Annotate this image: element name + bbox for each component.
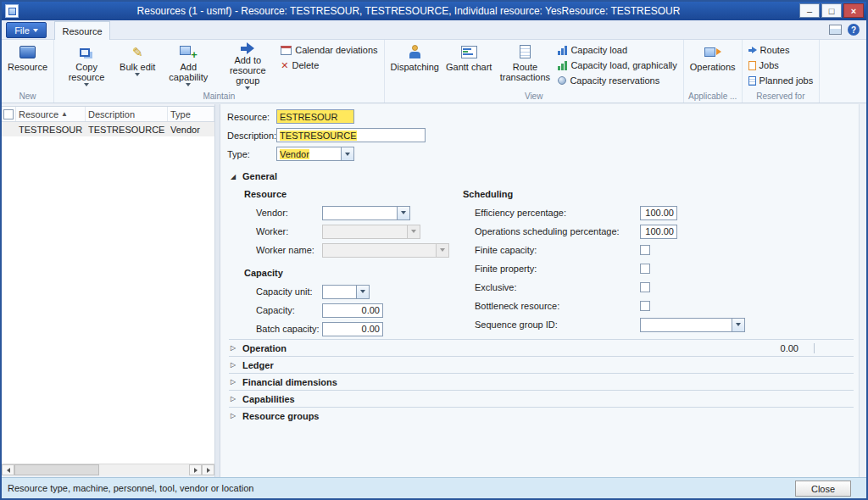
scrollbar-track xyxy=(99,464,189,475)
window-controls: – □ × xyxy=(799,3,864,18)
section-ledger[interactable]: ▷ Ledger xyxy=(229,356,854,373)
resource-input[interactable]: ESTRESOUR xyxy=(276,109,354,124)
add-capability-icon: + xyxy=(180,45,198,59)
close-window-button[interactable]: × xyxy=(843,3,864,18)
add-to-resource-group-button[interactable]: Add to resource group xyxy=(219,41,276,90)
capacity-input[interactable]: 0.00 xyxy=(322,303,383,318)
grid-header-description[interactable]: Description xyxy=(86,107,168,121)
batch-capacity-input[interactable]: 0.00 xyxy=(322,322,383,336)
tab-resource[interactable]: Resource xyxy=(54,21,110,40)
scroll-left-button[interactable] xyxy=(2,464,14,475)
operations-button[interactable]: Operations xyxy=(687,41,738,90)
resource-button[interactable]: Resource xyxy=(5,41,50,90)
resource-icon xyxy=(19,46,36,58)
capacity-unit-label: Capacity unit: xyxy=(256,286,322,297)
capacity-load-graphically-icon xyxy=(558,61,567,70)
arrow-right-icon xyxy=(194,468,198,473)
collapsed-icon: ▷ xyxy=(229,395,237,403)
group-caption-view: View xyxy=(388,91,680,103)
app-window: Resources (1 - usmf) - Resource: TESTRES… xyxy=(0,0,868,500)
section-divider xyxy=(814,343,815,353)
ops-scheduling-input[interactable]: 100.00 xyxy=(640,225,677,239)
ribbon-group-applicable: Operations Applicable ... xyxy=(684,40,743,103)
ribbon-corner-controls: ? xyxy=(829,24,860,36)
panel-splitter[interactable] xyxy=(214,104,220,477)
calendar-deviations-button[interactable]: Calendar deviations xyxy=(278,43,380,57)
batch-capacity-label: Batch capacity: xyxy=(256,324,322,334)
chevron-right-icon xyxy=(207,468,210,473)
add-capability-button[interactable]: + Add capability xyxy=(159,41,217,90)
gantt-chart-button[interactable]: Gantt chart xyxy=(443,41,494,90)
dropdown-arrow-icon[interactable] xyxy=(356,285,370,299)
capacity-reservations-icon xyxy=(558,76,566,85)
cell-resource: TESTRESOUR xyxy=(16,122,86,136)
title-bar: Resources (1 - usmf) - Resource: TESTRES… xyxy=(2,2,866,20)
routes-button[interactable]: Routes xyxy=(746,43,816,57)
type-dropdown[interactable]: Vendor xyxy=(276,147,354,161)
panel-expand-button[interactable] xyxy=(202,464,214,475)
grid-header-resource[interactable]: Resource ▲ xyxy=(16,107,86,121)
dropdown-arrow-icon xyxy=(407,225,420,239)
sequence-group-dropdown[interactable] xyxy=(640,318,745,332)
finite-property-label: Finite property: xyxy=(475,264,640,274)
delete-button[interactable]: ✕ Delete xyxy=(278,58,380,72)
delete-icon: ✕ xyxy=(281,61,288,70)
exclusive-checkbox[interactable] xyxy=(640,282,650,292)
status-bar: Resource type, machine, personnel, tool,… xyxy=(2,477,866,498)
ops-scheduling-label: Operations scheduling percentage: xyxy=(475,226,640,236)
ribbon: Resource New Copy resource ✎ Bulk edit xyxy=(2,40,866,103)
chevron-down-icon xyxy=(135,73,140,76)
section-capabilities[interactable]: ▷ Capabilities xyxy=(229,390,854,407)
capacity-load-button[interactable]: Capacity load xyxy=(555,43,679,57)
efficiency-label: Efficiency percentage: xyxy=(475,208,640,218)
copy-resource-button[interactable]: Copy resource xyxy=(58,41,115,90)
capacity-load-graphically-button[interactable]: Capacity load, graphically xyxy=(555,58,679,72)
exclusive-label: Exclusive: xyxy=(475,282,640,292)
bulk-edit-icon: ✎ xyxy=(132,46,143,58)
capacity-unit-dropdown[interactable] xyxy=(322,285,370,299)
section-operation[interactable]: ▷ Operation 0.00 xyxy=(229,339,854,356)
planned-jobs-button[interactable]: Planned jobs xyxy=(746,74,816,87)
layout-icon[interactable] xyxy=(829,25,842,35)
dropdown-arrow-icon[interactable] xyxy=(397,206,410,220)
grid-horizontal-scrollbar xyxy=(2,464,214,475)
dropdown-arrow-icon[interactable] xyxy=(341,147,354,161)
group-caption-reserved-for: Reserved for xyxy=(746,91,816,103)
copy-resource-icon xyxy=(80,48,90,57)
file-menu-button[interactable]: File xyxy=(6,22,47,38)
grid-header-type[interactable]: Type xyxy=(168,107,214,121)
sort-ascending-icon: ▲ xyxy=(61,110,68,118)
group-caption-maintain: Maintain xyxy=(58,91,380,103)
bulk-edit-button[interactable]: ✎ Bulk edit xyxy=(117,41,158,90)
finite-property-checkbox[interactable] xyxy=(640,264,650,274)
dispatching-icon xyxy=(409,45,420,58)
section-financial-dimensions[interactable]: ▷ Financial dimensions xyxy=(229,373,854,390)
general-section-content: Resource Vendor: Worker: xyxy=(229,185,854,339)
minimize-button[interactable]: – xyxy=(799,3,820,18)
bottleneck-checkbox[interactable] xyxy=(640,301,650,311)
dropdown-arrow-icon[interactable] xyxy=(732,318,745,332)
route-transactions-button[interactable]: Route transactions xyxy=(496,41,554,90)
description-input[interactable]: TESTRESOURCE xyxy=(276,128,426,142)
chevron-down-icon xyxy=(84,83,89,86)
dispatching-button[interactable]: Dispatching xyxy=(388,41,442,90)
efficiency-input[interactable]: 100.00 xyxy=(640,206,677,220)
section-resource-groups[interactable]: ▷ Resource groups xyxy=(229,407,854,424)
help-icon[interactable]: ? xyxy=(848,24,860,36)
vendor-label: Vendor: xyxy=(256,208,322,218)
table-row[interactable]: TESTRESOUR TESTRESOURCE Vendor xyxy=(2,122,214,136)
section-general[interactable]: ◢ General xyxy=(229,168,854,185)
capacity-reservations-button[interactable]: Capacity reservations xyxy=(555,74,679,87)
jobs-button[interactable]: Jobs xyxy=(746,58,816,72)
scroll-right-button[interactable] xyxy=(189,464,202,475)
file-menu-label: File xyxy=(14,25,30,36)
maximize-button[interactable]: □ xyxy=(821,3,842,18)
select-all-checkbox[interactable] xyxy=(3,109,14,119)
vendor-dropdown[interactable] xyxy=(322,206,410,220)
grid-select-all-cell xyxy=(2,107,16,121)
close-button[interactable]: Close xyxy=(795,481,851,497)
scrollbar-thumb[interactable] xyxy=(14,464,99,475)
ribbon-group-view: Dispatching Gantt chart Route transactio… xyxy=(385,40,684,103)
cell-description: TESTRESOURCE xyxy=(86,122,168,136)
finite-capacity-checkbox[interactable] xyxy=(640,245,650,255)
